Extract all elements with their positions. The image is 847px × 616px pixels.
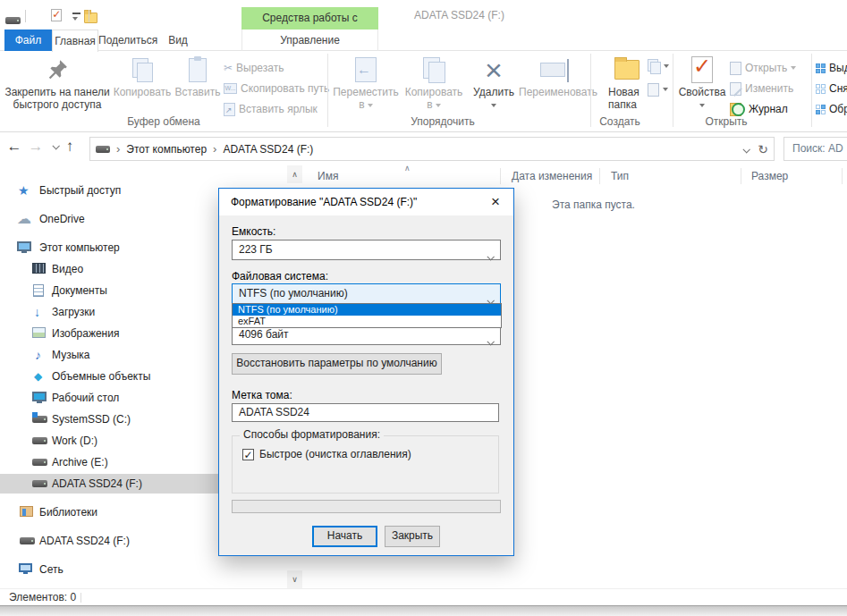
music-note-icon: ♪ (35, 345, 41, 365)
history-clock-icon (730, 103, 745, 116)
quick-format-checkbox[interactable]: ✓ (242, 449, 254, 460)
titlebar: Средства работы с дисками ADATA SSD24 (F… (0, 0, 847, 30)
divider[interactable] (842, 168, 843, 184)
chevron-down-icon (487, 253, 494, 260)
scrollbar-up-arrow[interactable]: ∧ (287, 165, 302, 183)
dialog-title: Форматирование "ADATA SSD24 (F:)" (219, 189, 513, 215)
back-button[interactable]: ← (5, 138, 23, 156)
select-all-button[interactable]: Выд (816, 59, 847, 77)
refresh-icon[interactable]: ↻ (758, 142, 768, 156)
drive-icon (32, 459, 47, 466)
breadcrumb-current-drive[interactable]: ADATA SSD24 (F:) (223, 143, 313, 156)
move-to-icon (355, 57, 377, 82)
address-dropdown-chevron[interactable] (743, 143, 749, 156)
scissors-icon: ✂ (224, 62, 233, 74)
new-folder-icon (614, 60, 639, 80)
edit-button: Изменить (730, 80, 793, 97)
qat-folder-button[interactable] (84, 13, 97, 23)
address-bar[interactable]: › Этот компьютер › ADATA SSD24 (F:) ↻ (89, 137, 775, 161)
status-bar: Элементов: 0 (0, 588, 847, 605)
tab-home[interactable]: Главная (52, 30, 98, 52)
start-button[interactable]: Начать (312, 526, 377, 547)
new-item-icon (648, 83, 659, 97)
tab-manage[interactable]: Управление (241, 30, 378, 51)
explorer-window: Средства работы с дисками ADATA SSD24 (F… (0, 0, 847, 616)
column-header-size[interactable]: Размер (751, 165, 788, 187)
divider (80, 593, 81, 603)
drive-icon (32, 437, 47, 444)
volume-label-input[interactable]: ADATA SSD24 (232, 403, 499, 422)
new-item-button[interactable] (648, 80, 668, 98)
cut-button: ✂ Вырезать (224, 59, 284, 77)
delete-button[interactable]: × Удалить (468, 54, 520, 116)
paste-icon (189, 58, 207, 82)
copy-to-icon (423, 57, 445, 82)
empty-folder-message: Эта папка пуста. (552, 198, 635, 211)
chevron-down-icon (664, 64, 669, 68)
capacity-select[interactable]: 223 ГБ (232, 240, 501, 260)
close-icon[interactable]: × (481, 190, 510, 214)
restore-defaults-button[interactable]: Восстановить параметры по умолчанию (232, 353, 442, 375)
group-label-create: Создать (590, 115, 649, 130)
chevron-down-icon (791, 66, 796, 70)
divider[interactable] (741, 168, 741, 184)
tab-view[interactable]: Вид (154, 30, 202, 51)
capacity-label: Емкость: (232, 225, 275, 238)
paste-button: Вставить (173, 54, 223, 116)
column-header-type[interactable]: Тип (611, 165, 629, 187)
breadcrumb-this-pc[interactable]: Этот компьютер (126, 143, 207, 156)
filesystem-select[interactable]: NTFS (по умолчанию) (232, 283, 501, 304)
qat-properties-button[interactable] (51, 9, 62, 21)
3d-objects-cube-icon: ◆ (34, 367, 42, 386)
tab-share[interactable]: Поделиться (98, 30, 154, 51)
edit-icon (730, 82, 741, 96)
dropdown-option-exfat[interactable]: exFAT (233, 316, 501, 327)
qat-customize-button[interactable] (72, 13, 80, 21)
window-title: ADATA SSD24 (F:) (414, 9, 504, 21)
volume-label-label: Метка тома: (232, 389, 292, 401)
move-to-button: Переместить в (333, 54, 399, 116)
pin-icon (4, 54, 111, 86)
chevron-down-icon (368, 104, 373, 107)
ribbon: Закрепить на панели быстрого доступа Коп… (0, 51, 847, 132)
window-shadow (0, 606, 847, 616)
drive-icon (20, 537, 35, 544)
group-label-organize: Упорядочить (328, 115, 557, 130)
rename-button: Переименовать (519, 54, 587, 116)
documents-icon (33, 284, 44, 297)
contextual-tab-drive-tools[interactable]: Средства работы с дисками (241, 7, 378, 30)
items-count: Элементов: 0 (0, 591, 76, 603)
divider[interactable] (599, 168, 600, 184)
dropdown-option-ntfs[interactable]: NTFS (по умолчанию) (233, 304, 501, 316)
invert-selection-icon (816, 105, 826, 114)
properties-button[interactable]: Свойства (677, 54, 727, 116)
copy-button: Копировать (113, 54, 172, 116)
drive-icon (96, 146, 110, 153)
chevron-down-icon (663, 88, 668, 91)
scrollbar-down-arrow[interactable]: ∨ (287, 570, 302, 588)
drive-icon (32, 480, 47, 487)
copy-path-button: W... Скопировать путь (224, 80, 329, 97)
column-header-name[interactable]: Имя (318, 165, 338, 187)
sort-ascending-icon: ∧ (404, 164, 411, 173)
filesystem-label: Файловая система: (232, 270, 328, 283)
quick-access-star-icon: ★ (18, 181, 30, 200)
chevron-down-icon (72, 17, 78, 21)
new-folder-button[interactable]: Новая папка (605, 54, 649, 116)
invert-selection-button[interactable]: Обр (816, 100, 847, 118)
videos-icon (32, 263, 46, 274)
up-button[interactable]: ↑ (61, 138, 79, 156)
column-header-date[interactable]: Дата изменения (512, 165, 592, 187)
search-input[interactable]: Поиск: AD (783, 137, 847, 161)
select-none-button[interactable]: Сня (816, 80, 847, 97)
tab-file[interactable]: Файл (4, 30, 52, 51)
divider[interactable] (500, 168, 501, 184)
format-dialog: Форматирование "ADATA SSD24 (F:)" × Емко… (218, 188, 514, 556)
chevron-down-icon (491, 104, 496, 107)
easy-access-button[interactable] (648, 57, 669, 75)
chevron-down-icon (487, 338, 494, 345)
close-button[interactable]: Закрыть (385, 526, 440, 547)
network-icon (19, 563, 32, 572)
copy-to-button: Копировать в (401, 54, 467, 116)
pin-to-quick-access-button[interactable]: Закрепить на панели быстрого доступа (4, 54, 111, 116)
